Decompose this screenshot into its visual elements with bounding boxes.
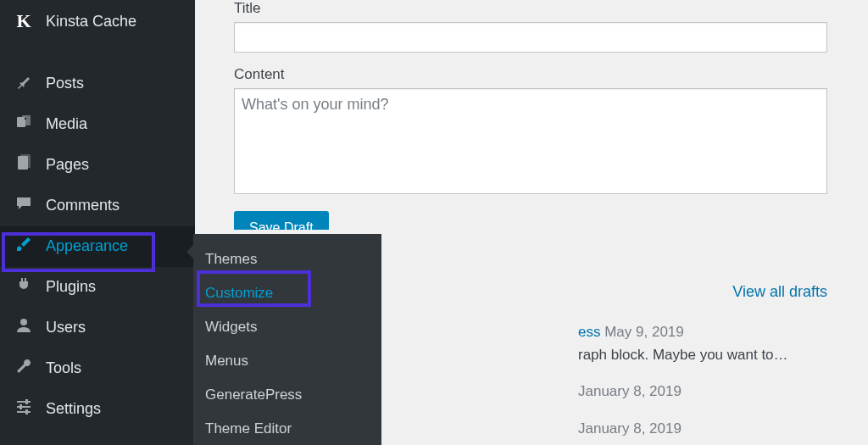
draft-date: January 8, 2019 — [578, 420, 682, 437]
submenu-item-label: GeneratePress — [205, 387, 302, 403]
svg-point-5 — [20, 319, 27, 325]
draft-row: January 8, 2019 — [578, 380, 788, 403]
sidebar-item-label: Plugins — [46, 277, 96, 297]
content-label: Content — [234, 66, 843, 83]
sidebar-item-comments[interactable]: Comments — [0, 186, 195, 226]
sidebar-item-posts[interactable]: Posts — [0, 64, 195, 104]
svg-rect-11 — [25, 409, 28, 414]
title-label: Title — [234, 0, 843, 17]
pin-icon — [14, 73, 34, 95]
draft-excerpt: raph block. Maybe you want to… — [578, 343, 788, 366]
user-icon — [14, 317, 34, 339]
admin-sidebar: K Kinsta Cache Posts Media Pages Comment… — [0, 0, 195, 445]
submenu-item-label: Customize — [205, 285, 273, 301]
sidebar-item-users[interactable]: Users — [0, 308, 195, 348]
appearance-submenu: Themes Customize Widgets Menus GenerateP… — [193, 234, 381, 445]
kinsta-icon: K — [14, 9, 34, 34]
sidebar-item-label: Media — [46, 114, 87, 134]
sidebar-item-kinsta-cache[interactable]: K Kinsta Cache — [0, 0, 195, 43]
sidebar-item-plugins[interactable]: Plugins — [0, 267, 195, 308]
svg-rect-10 — [19, 404, 22, 409]
submenu-item-customize[interactable]: Customize — [193, 276, 381, 310]
svg-point-2 — [25, 117, 26, 119]
comments-icon — [14, 195, 34, 217]
content-textarea[interactable] — [234, 88, 827, 194]
submenu-item-label: Menus — [205, 353, 248, 369]
submenu-arrow-icon — [186, 245, 193, 259]
drafts-list: ess May 9, 2019 raph block. Maybe you wa… — [578, 320, 788, 445]
submenu-item-label: Theme Editor — [205, 420, 292, 437]
submenu-item-menus[interactable]: Menus — [193, 344, 381, 378]
sidebar-item-label: Kinsta Cache — [46, 12, 136, 31]
sidebar-item-media[interactable]: Media — [0, 104, 195, 145]
sliders-icon — [14, 398, 34, 420]
draft-row: ess May 9, 2019 raph block. Maybe you wa… — [578, 320, 788, 366]
sidebar-item-label: Tools — [46, 359, 81, 378]
sidebar-item-pages[interactable]: Pages — [0, 145, 195, 186]
draft-link[interactable]: ess — [578, 324, 600, 340]
save-draft-button[interactable]: Save Draft — [234, 211, 329, 230]
wrench-icon — [14, 358, 34, 380]
media-icon — [14, 114, 34, 136]
svg-rect-8 — [17, 411, 31, 413]
sidebar-item-label: Posts — [46, 74, 84, 93]
title-input[interactable] — [234, 22, 827, 53]
submenu-item-label: Widgets — [205, 319, 257, 335]
sidebar-item-tools[interactable]: Tools — [0, 348, 195, 389]
submenu-item-themes[interactable]: Themes — [193, 242, 381, 276]
sidebar-item-settings[interactable]: Settings — [0, 389, 195, 430]
sidebar-item-label: Comments — [46, 196, 120, 215]
svg-rect-9 — [25, 399, 28, 404]
pages-icon — [14, 154, 34, 176]
svg-rect-6 — [17, 401, 31, 403]
svg-rect-7 — [17, 406, 31, 408]
submenu-item-theme-editor[interactable]: Theme Editor — [193, 412, 381, 445]
sidebar-item-label: Users — [46, 318, 86, 337]
svg-rect-4 — [20, 154, 31, 168]
draft-date: January 8, 2019 — [578, 383, 682, 399]
sidebar-item-label: Appearance — [46, 236, 128, 256]
brush-icon — [14, 236, 34, 258]
draft-date: May 9, 2019 — [604, 324, 684, 340]
sidebar-item-label: Settings — [46, 399, 101, 419]
svg-rect-1 — [22, 115, 31, 125]
draft-row: January 8, 2019 — [578, 417, 788, 440]
view-all-drafts-link[interactable]: View all drafts — [732, 283, 827, 301]
plugin-icon — [14, 276, 34, 298]
submenu-item-widgets[interactable]: Widgets — [193, 310, 381, 344]
submenu-item-label: Themes — [205, 251, 257, 267]
sidebar-item-appearance[interactable]: Appearance — [0, 226, 195, 267]
submenu-item-generatepress[interactable]: GeneratePress — [193, 378, 381, 412]
sidebar-item-label: Pages — [46, 155, 89, 175]
